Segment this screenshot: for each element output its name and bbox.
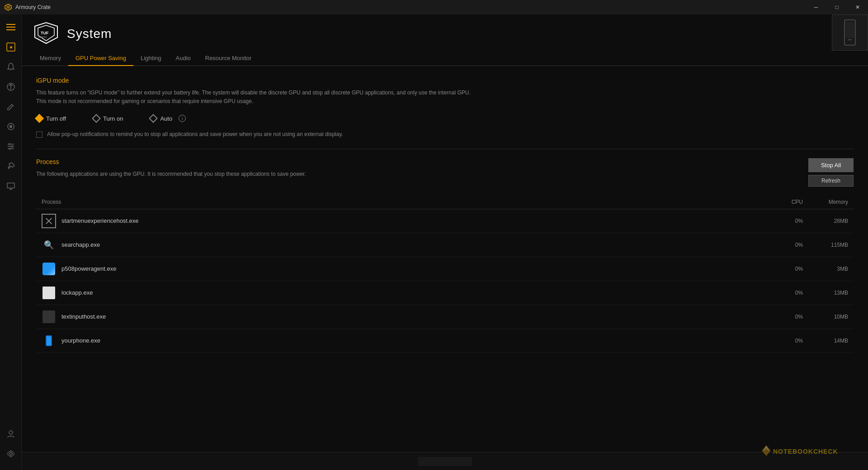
svg-rect-3 bbox=[6, 27, 15, 28]
igpu-option-turn-on[interactable]: Turn on bbox=[93, 115, 123, 122]
process-name: p508poweragent.exe bbox=[61, 265, 767, 272]
process-memory: 10MB bbox=[803, 314, 848, 320]
process-name: yourphone.exe bbox=[61, 337, 767, 344]
sidebar-item-settings[interactable] bbox=[2, 445, 20, 463]
table-row: textinputhost.exe 0% 10MB bbox=[36, 305, 854, 329]
blue-square-icon bbox=[42, 263, 55, 275]
svg-point-13 bbox=[9, 125, 12, 128]
page-title: System bbox=[67, 27, 112, 41]
notification-checkbox-row: Allow pop-up notifications to remind you… bbox=[36, 131, 854, 138]
igpu-section: iGPU mode This feature turns on "iGPU mo… bbox=[36, 77, 854, 138]
svg-marker-1 bbox=[6, 5, 10, 9]
tab-audio[interactable]: Audio bbox=[169, 51, 198, 66]
svg-line-11 bbox=[12, 104, 13, 106]
radio-diamond-unselected bbox=[92, 114, 101, 123]
sidebar-item-edit[interactable] bbox=[2, 98, 20, 116]
process-cpu: 0% bbox=[767, 218, 803, 224]
process-icon-lockapp bbox=[42, 286, 56, 300]
stop-all-button[interactable]: Stop All bbox=[808, 158, 854, 172]
process-memory: 115MB bbox=[803, 242, 848, 248]
info-icon[interactable]: i bbox=[179, 115, 186, 122]
minimize-button[interactable]: ─ bbox=[806, 0, 826, 14]
gear-icon bbox=[6, 449, 15, 458]
main-panel: iGPU mode This feature turns on "iGPU mo… bbox=[22, 66, 868, 470]
svg-point-19 bbox=[9, 148, 11, 150]
sidebar-item-updates[interactable] bbox=[2, 78, 20, 96]
display-icon bbox=[6, 182, 15, 191]
process-icon-yourphone bbox=[42, 334, 56, 348]
process-cpu: 0% bbox=[767, 290, 803, 296]
igpu-radio-group: Turn off Turn on Auto i bbox=[36, 115, 854, 122]
svg-text:NOTEBOOKCHECK: NOTEBOOKCHECK bbox=[773, 448, 838, 455]
section-divider bbox=[36, 149, 854, 149]
process-memory: 13MB bbox=[803, 290, 848, 296]
igpu-option-auto[interactable]: Auto i bbox=[150, 115, 186, 122]
watermark-logo: NOTEBOOKCHECK bbox=[760, 442, 859, 460]
process-icon-search: 🔍 bbox=[42, 238, 56, 252]
process-section: Process The following applications are u… bbox=[36, 158, 854, 352]
pin-icon bbox=[6, 162, 15, 171]
process-cpu: 0% bbox=[767, 266, 803, 272]
tab-lighting[interactable]: Lighting bbox=[133, 51, 169, 66]
svg-point-25 bbox=[9, 452, 12, 455]
process-table: Process CPU Memory startmenuexperienceho… bbox=[36, 195, 854, 353]
search-icon: 🔍 bbox=[44, 240, 54, 250]
col-header-cpu: CPU bbox=[767, 199, 803, 205]
close-button[interactable]: ✕ bbox=[847, 0, 868, 14]
process-table-header: Process CPU Memory bbox=[36, 195, 854, 209]
sidebar-item-user[interactable] bbox=[2, 425, 20, 443]
user-icon bbox=[6, 429, 15, 438]
sliders-icon bbox=[6, 142, 15, 151]
process-icon-p508 bbox=[42, 262, 56, 276]
window-controls: ─ □ ✕ bbox=[806, 0, 868, 14]
sidebar-item-display[interactable] bbox=[2, 177, 20, 195]
process-memory: 28MB bbox=[803, 218, 848, 224]
process-cpu: 0% bbox=[767, 338, 803, 344]
radio-diamond-selected bbox=[35, 114, 44, 123]
gaming-icon: ★ bbox=[6, 42, 15, 52]
sidebar-item-pin[interactable] bbox=[2, 157, 20, 175]
svg-point-17 bbox=[9, 143, 10, 145]
notification-checkbox[interactable] bbox=[36, 132, 42, 138]
white-square-icon bbox=[42, 287, 55, 299]
sidebar-item-gaming[interactable]: ★ bbox=[2, 38, 20, 56]
tab-gpu-power-saving[interactable]: GPU Power Saving bbox=[68, 51, 133, 66]
sidebar-bottom bbox=[2, 425, 20, 470]
tab-resource-monitor[interactable]: Resource Monitor bbox=[198, 51, 259, 66]
svg-rect-2 bbox=[6, 24, 15, 25]
top-right-thumbnail bbox=[832, 14, 868, 51]
svg-text:★: ★ bbox=[9, 45, 13, 50]
sidebar: ★ bbox=[0, 14, 22, 470]
sidebar-item-overlay[interactable] bbox=[2, 118, 20, 136]
device-thumbnail-icon bbox=[841, 19, 859, 46]
svg-rect-21 bbox=[7, 183, 14, 188]
process-header-left: Process The following applications are u… bbox=[36, 158, 306, 188]
bottom-bar bbox=[22, 452, 868, 470]
maximize-button[interactable]: □ bbox=[826, 0, 847, 14]
table-row: startmenuexperiencehost.exe 0% 28MB bbox=[36, 209, 854, 233]
sidebar-item-notifications[interactable] bbox=[2, 58, 20, 76]
main-content: TUF GAMING System Memory GPU Power Savin… bbox=[22, 14, 868, 470]
table-row: lockapp.exe 0% 13MB bbox=[36, 281, 854, 305]
phone-icon bbox=[46, 335, 52, 346]
edit-icon bbox=[6, 102, 15, 111]
process-header: Process The following applications are u… bbox=[36, 158, 854, 188]
process-name: textinputhost.exe bbox=[61, 313, 767, 320]
notification-icon bbox=[6, 62, 15, 71]
bottom-bar-decoration bbox=[418, 457, 472, 466]
sidebar-item-menu[interactable] bbox=[2, 18, 20, 36]
process-icon-textinput bbox=[42, 310, 56, 324]
process-description: The following applications are using the… bbox=[36, 170, 306, 179]
sidebar-item-sliders[interactable] bbox=[2, 137, 20, 155]
igpu-option-turn-off[interactable]: Turn off bbox=[36, 115, 66, 122]
app-container: ★ bbox=[0, 14, 868, 470]
process-icon-startmenu bbox=[42, 214, 56, 228]
notification-checkbox-label: Allow pop-up notifications to remind you… bbox=[47, 131, 343, 137]
watermark: NOTEBOOKCHECK bbox=[760, 442, 859, 461]
col-header-process: Process bbox=[42, 199, 767, 205]
app-title: Armoury Crate bbox=[15, 4, 51, 10]
table-row: p508poweragent.exe 0% 3MB bbox=[36, 257, 854, 281]
refresh-button[interactable]: Refresh bbox=[808, 175, 854, 187]
tab-memory[interactable]: Memory bbox=[33, 51, 68, 66]
process-name: searchapp.exe bbox=[61, 241, 767, 248]
